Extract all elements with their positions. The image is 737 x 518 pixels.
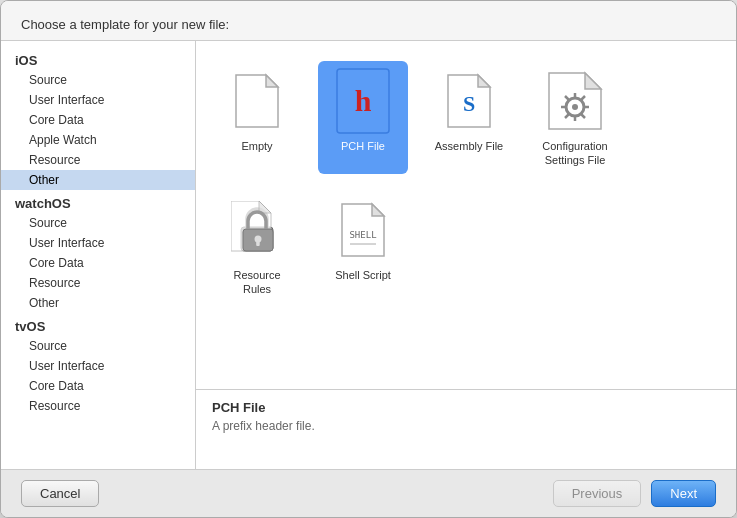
footer-right: Previous Next [553,480,716,507]
svg-text:h: h [355,84,372,117]
svg-text:SHELL: SHELL [349,230,376,240]
shell-script-label: Shell Script [335,268,391,282]
svg-marker-1 [266,75,278,87]
sidebar-item-core-data[interactable]: Core Data [1,376,195,396]
sidebar-item-source[interactable]: Source [1,336,195,356]
sidebar-group-label: iOS [1,47,195,70]
sidebar-item-source[interactable]: Source [1,70,195,90]
previous-button[interactable]: Previous [553,480,642,507]
file-item-empty[interactable]: Empty [212,61,302,174]
svg-point-10 [572,104,578,110]
resource-rules-icon [229,196,285,264]
dialog: Choose a template for your new file: iOS… [0,0,737,518]
file-item-shell-script[interactable]: SHELL Shell Script [318,190,408,303]
file-grid: Empty h PCH File S Assembly File Configu… [196,41,736,389]
content-area: Empty h PCH File S Assembly File Configu… [196,41,736,469]
sidebar-item-resource[interactable]: Resource [1,396,195,416]
file-item-config[interactable]: Configuration Settings File [530,61,620,174]
config-icon [547,67,603,135]
config-label: Configuration Settings File [536,139,614,168]
svg-marker-28 [372,204,384,216]
pch-label: PCH File [341,139,385,153]
description-panel: PCH File A prefix header file. [196,389,736,469]
sidebar-item-other[interactable]: Other [1,293,195,313]
sidebar: iOSSourceUser InterfaceCore DataApple Wa… [1,41,196,469]
sidebar-group-label: tvOS [1,313,195,336]
description-title: PCH File [212,400,720,415]
sidebar-group-label: watchOS [1,190,195,213]
sidebar-item-other[interactable]: Other [1,170,195,190]
sidebar-item-resource[interactable]: Resource [1,150,195,170]
svg-marker-5 [478,75,490,87]
sidebar-item-core-data[interactable]: Core Data [1,253,195,273]
svg-marker-8 [585,73,601,89]
dialog-footer: Cancel Previous Next [1,469,736,517]
description-text: A prefix header file. [212,419,720,433]
sidebar-item-user-interface[interactable]: User Interface [1,233,195,253]
svg-text:S: S [463,91,475,116]
file-item-assembly[interactable]: S Assembly File [424,61,514,174]
dialog-body: iOSSourceUser InterfaceCore DataApple Wa… [1,40,736,469]
next-button[interactable]: Next [651,480,716,507]
empty-label: Empty [241,139,272,153]
file-item-resource-rules[interactable]: Resource Rules [212,190,302,303]
empty-icon [229,67,285,135]
sidebar-item-apple-watch[interactable]: Apple Watch [1,130,195,150]
assembly-icon: S [441,67,497,135]
file-item-pch[interactable]: h PCH File [318,61,408,174]
sidebar-item-resource[interactable]: Resource [1,273,195,293]
sidebar-item-user-interface[interactable]: User Interface [1,356,195,376]
svg-rect-26 [256,240,260,246]
cancel-button[interactable]: Cancel [21,480,99,507]
dialog-header: Choose a template for your new file: [1,1,736,40]
sidebar-item-user-interface[interactable]: User Interface [1,90,195,110]
dialog-title: Choose a template for your new file: [21,17,229,32]
sidebar-item-core-data[interactable]: Core Data [1,110,195,130]
pch-icon: h [335,67,391,135]
shell-script-icon: SHELL [335,196,391,264]
assembly-label: Assembly File [435,139,503,153]
sidebar-item-source[interactable]: Source [1,213,195,233]
resource-rules-label: Resource Rules [218,268,296,297]
